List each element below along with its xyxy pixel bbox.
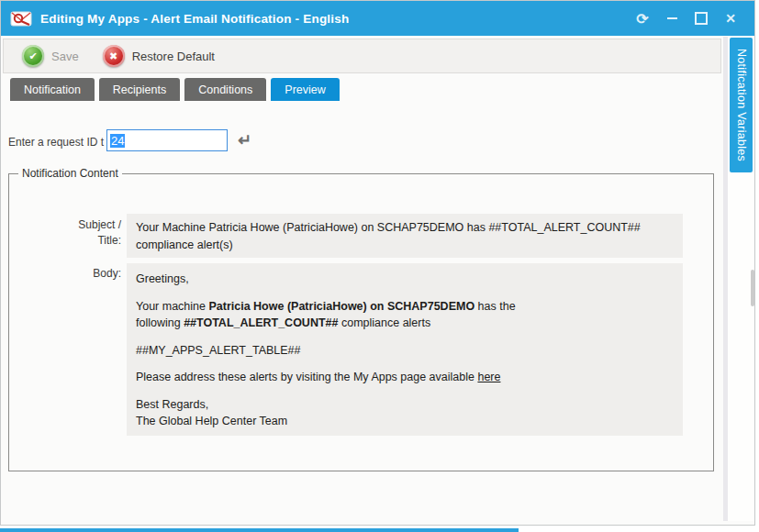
body-alert-table-variable: ##MY_APPS_ALERT_TABLE## (136, 342, 674, 360)
body-paragraph-machine: Your machine Patricia Howe (PatriciaHowe… (136, 298, 674, 332)
enter-return-icon: ↵ (238, 130, 251, 150)
body-regards-line: Best Regards, (136, 398, 208, 411)
subject-value: Your Machine Patricia Howe (PatriciaHowe… (127, 214, 683, 258)
window-controls: ⟳ ✕ (628, 1, 745, 36)
body-label: Body: (37, 266, 121, 282)
save-button-label: Save (51, 50, 79, 63)
save-button[interactable]: ✔ Save (17, 42, 84, 70)
body-p2-post: compliance alerts (338, 316, 430, 329)
body-p2-pre: Your machine (136, 300, 208, 313)
request-id-label: Enter a request ID t (8, 136, 104, 149)
window-title: Editing My Apps - Alert Email Notificati… (40, 12, 349, 26)
restore-cross-icon: ✖ (103, 45, 125, 67)
refresh-icon: ⟳ (636, 10, 648, 28)
tab-bar: Notification Recipients Conditions Previ… (10, 78, 340, 101)
body-alert-count-bold: ##TOTAL_ALERT_COUNT## (184, 316, 338, 329)
body-value: Greetings, Your machine Patricia Howe (P… (127, 263, 683, 436)
body-team-line: The Global Help Center Team (136, 415, 287, 427)
tab-conditions[interactable]: Conditions (184, 78, 266, 101)
body-paragraph-link: Please address these alerts by visiting … (136, 369, 674, 386)
body-greeting: Greetings, (136, 271, 674, 288)
body-p4-pre: Please address these alerts by visiting … (136, 371, 477, 383)
tab-notification[interactable]: Notification (10, 78, 95, 101)
restore-default-label: Restore Default (132, 50, 215, 63)
maximize-button[interactable] (686, 1, 716, 36)
body-signature: Best Regards,The Global Help Center Team (136, 396, 674, 430)
toolbar: ✔ Save ✖ Restore Default (3, 39, 721, 73)
request-id-selected-text: 24 (110, 134, 125, 148)
background-window-edge (0, 528, 519, 532)
close-icon: ✕ (725, 11, 736, 26)
body-machine-bold: Patricia Howe (PatriciaHowe) on SCHAP75D… (208, 300, 474, 313)
app-email-icon (10, 10, 32, 28)
save-check-icon: ✔ (22, 45, 44, 67)
restore-default-button[interactable]: ✖ Restore Default (97, 42, 220, 70)
minimize-button[interactable] (657, 1, 686, 36)
body-p2-mid: has the (474, 300, 515, 313)
tab-preview[interactable]: Preview (271, 78, 339, 101)
here-link[interactable]: here (477, 371, 500, 383)
maximize-icon (695, 12, 708, 25)
right-scrollbar-thumb[interactable] (751, 270, 754, 306)
refresh-button[interactable]: ⟳ (628, 1, 657, 36)
notification-content-groupbox: Notification Content Subject / Title: Yo… (8, 173, 714, 471)
subject-label-line2: Title: (97, 234, 121, 247)
notification-variables-tab[interactable]: Notification Variables (730, 38, 753, 172)
request-id-input[interactable]: 24 (106, 129, 228, 151)
screenshot-canvas: Editing My Apps - Alert Email Notificati… (0, 0, 759, 532)
subject-label-line1: Subject / (78, 218, 121, 231)
groupbox-legend: Notification Content (18, 167, 122, 180)
body-p2-line2-pre: following (136, 316, 184, 329)
subject-title-label: Subject / Title: (37, 217, 121, 249)
title-bar[interactable]: Editing My Apps - Alert Email Notificati… (1, 1, 754, 36)
close-button[interactable]: ✕ (716, 1, 745, 36)
tab-recipients[interactable]: Recipients (99, 78, 180, 101)
minimize-icon (667, 17, 677, 19)
dialog-window: Editing My Apps - Alert Email Notificati… (0, 0, 755, 526)
